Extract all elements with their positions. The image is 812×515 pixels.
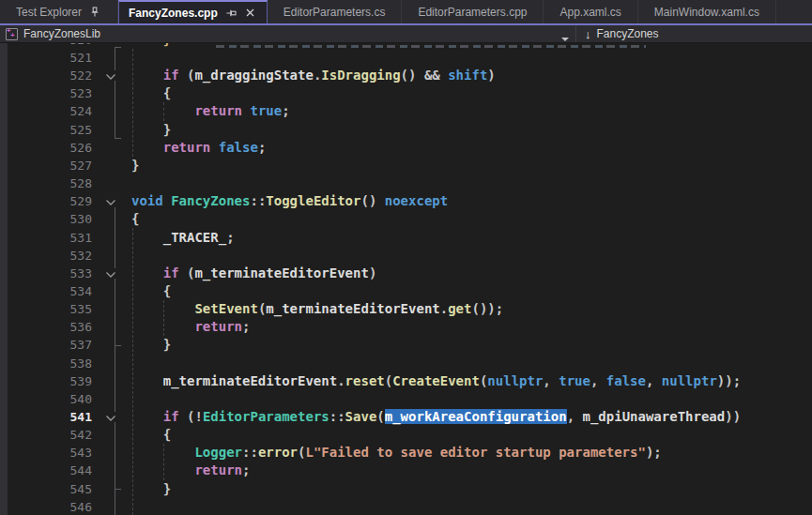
code-line[interactable]: 532 xyxy=(0,247,812,265)
tab-editorparameters-cs[interactable]: EditorParameters.cs xyxy=(268,0,403,23)
code-line[interactable]: 544 return; xyxy=(0,462,812,479)
code-token: , xyxy=(567,409,583,424)
line-number: 522 xyxy=(0,67,92,84)
tab-test-explorer[interactable]: Test Explorer xyxy=(0,0,118,23)
code-line[interactable]: 543 Logger::error(L"Failed to save edito… xyxy=(0,444,812,462)
code-token: )); xyxy=(717,373,741,388)
tab-app-xaml-cs[interactable]: App.xaml.cs xyxy=(544,0,637,23)
line-number: 543 xyxy=(0,444,92,462)
code-token: , xyxy=(646,373,662,388)
code-token: shift xyxy=(448,68,487,83)
code-token: return xyxy=(194,462,242,477)
code-token xyxy=(210,140,218,155)
code-line[interactable]: 525 } xyxy=(0,121,812,139)
tab-editorparameters-cpp[interactable]: EditorParameters.cpp xyxy=(402,0,544,23)
code-token: return xyxy=(163,140,211,155)
code-text: if (m_draggingState.IsDragging() && shif… xyxy=(131,67,496,84)
code-token: } xyxy=(131,337,171,352)
code-token xyxy=(131,445,194,460)
cpp-project-icon: ++ xyxy=(6,28,18,40)
code-line[interactable]: 536 return; xyxy=(0,318,812,336)
code-line[interactable]: 522 if (m_draggingState.IsDragging() && … xyxy=(0,67,812,84)
code-line[interactable]: 545 } xyxy=(0,480,812,498)
code-token: :: xyxy=(242,445,258,460)
code-editor[interactable]: 520 }521522 if (m_draggingState.IsDraggi… xyxy=(0,43,812,515)
fold-chevron-icon[interactable] xyxy=(105,414,120,423)
code-line[interactable]: 529void FancyZones::ToggleEditor() noexc… xyxy=(0,192,812,210)
code-token: :: xyxy=(329,409,345,424)
code-line[interactable]: 524 return true; xyxy=(0,102,812,120)
code-token: { xyxy=(131,85,171,100)
fold-chevron-icon[interactable] xyxy=(105,72,120,82)
fold-chevron-icon[interactable] xyxy=(105,270,120,280)
code-line[interactable]: 546 xyxy=(0,498,812,515)
code-token: ; xyxy=(242,319,250,334)
line-number: 528 xyxy=(0,174,92,192)
code-text: return true; xyxy=(131,102,290,120)
code-token: L"Failed to save editor startup paramete… xyxy=(305,445,645,460)
code-text: } xyxy=(131,336,171,354)
project-dropdown[interactable]: ++ FancyZonesLib xyxy=(0,25,575,42)
code-line[interactable]: 539 m_terminateEditorEvent.reset(CreateE… xyxy=(0,372,812,390)
tab-label: Test Explorer xyxy=(16,6,82,19)
code-token: { xyxy=(131,283,171,298)
code-line[interactable]: 542 { xyxy=(0,426,812,444)
code-line[interactable]: 530{ xyxy=(0,210,812,228)
code-token: if xyxy=(163,265,179,280)
code-line[interactable]: 528 xyxy=(0,174,812,192)
code-line[interactable]: 526 return false; xyxy=(0,139,812,157)
code-line[interactable]: 541 if (!EditorParameters::Save(m_workAr… xyxy=(0,408,812,426)
tab-label: EditorParameters.cpp xyxy=(418,6,527,19)
code-token: get xyxy=(448,301,471,316)
code-token: m_draggingState xyxy=(194,68,313,83)
code-token: nullptr xyxy=(487,373,543,388)
code-token: ( xyxy=(179,265,195,280)
code-token: , xyxy=(590,373,606,388)
code-token: FancyZones xyxy=(171,193,250,208)
code-text: m_terminateEditorEvent.reset(CreateEvent… xyxy=(131,372,741,390)
code-token: ToggleEditor xyxy=(266,193,360,208)
code-line[interactable]: 535 SetEvent(m_terminateEditorEvent.get(… xyxy=(0,300,812,318)
code-line[interactable]: 521 xyxy=(0,49,812,67)
code-token: ( xyxy=(179,68,195,83)
close-icon[interactable] xyxy=(244,7,257,20)
line-number: 530 xyxy=(0,210,92,228)
code-token: SetEvent xyxy=(194,301,257,316)
tab-mainwindow-xaml-cs[interactable]: MainWindow.xaml.cs xyxy=(638,0,776,23)
code-token: . xyxy=(337,373,345,388)
code-token: m_terminateEditorEvent xyxy=(194,265,368,280)
line-number: 529 xyxy=(0,192,92,210)
code-token: error xyxy=(258,445,298,460)
pin-icon[interactable] xyxy=(88,6,101,19)
code-text: void FancyZones::ToggleEditor() noexcept xyxy=(131,192,448,210)
line-number: 539 xyxy=(0,372,92,390)
code-token: ()); xyxy=(471,301,503,316)
tab-fancyzones-cpp[interactable]: FancyZones.cpp xyxy=(118,0,268,23)
code-token: noexcept xyxy=(385,193,448,208)
code-line[interactable]: 533 if (m_terminateEditorEvent) xyxy=(0,265,812,282)
code-token: { xyxy=(131,211,139,226)
code-token: } xyxy=(131,122,171,137)
line-number: 534 xyxy=(0,282,92,300)
code-token: EditorParameters xyxy=(203,409,329,424)
code-token xyxy=(131,319,194,334)
code-text: SetEvent(m_terminateEditorEvent.get()); xyxy=(131,300,503,318)
pin-icon[interactable] xyxy=(224,7,237,20)
code-line[interactable]: 527} xyxy=(0,157,812,174)
fold-chevron-icon[interactable] xyxy=(105,198,120,207)
code-line[interactable]: 537 } xyxy=(0,336,812,354)
code-text: return; xyxy=(131,318,250,336)
code-line[interactable]: 538 xyxy=(0,355,812,372)
code-token: false xyxy=(606,373,646,388)
tab-label: App.xaml.cs xyxy=(559,6,620,19)
code-token: m_terminateEditorEvent xyxy=(266,301,439,316)
code-line[interactable]: 531 _TRACER_; xyxy=(0,229,812,247)
code-line[interactable]: 534 { xyxy=(0,282,812,300)
line-number: 544 xyxy=(0,462,92,479)
code-token: () && xyxy=(401,68,449,83)
scope-dropdown[interactable]: ↓ FancyZones xyxy=(576,25,659,42)
code-line[interactable]: 540 xyxy=(0,390,812,408)
code-token: ( xyxy=(385,373,392,388)
code-line[interactable]: 523 { xyxy=(0,84,812,102)
code-token: return xyxy=(194,319,242,334)
